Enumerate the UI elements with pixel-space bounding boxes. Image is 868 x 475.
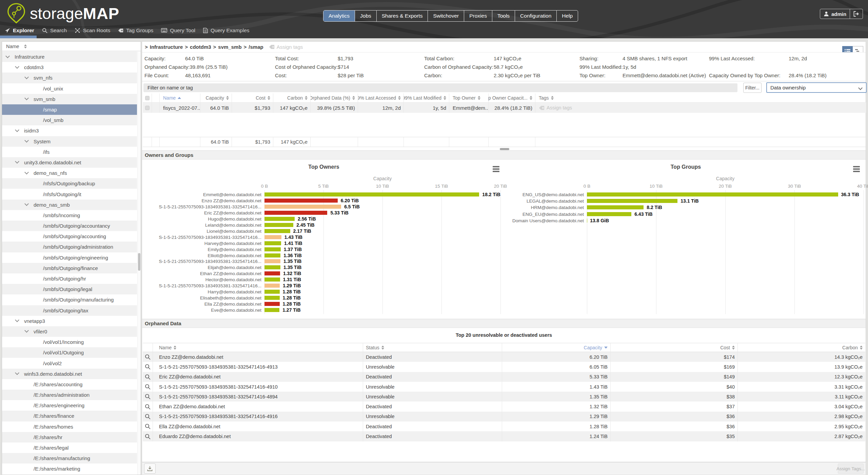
filter-input[interactable]: [143, 83, 737, 92]
tree-item[interactable]: vfiler0: [2, 326, 137, 337]
tree-item[interactable]: /E:/shares/marketing: [2, 463, 137, 474]
nav-explorer[interactable]: Explorer: [5, 27, 34, 34]
nav-query-examples[interactable]: Query Examples: [203, 27, 250, 34]
orphaned-user-row[interactable]: S-1-5-21-2557075093-1834935381-332547141…: [143, 382, 865, 392]
tree-item[interactable]: /smbfs/Outgoing/legal: [2, 284, 137, 294]
chevron-down-icon[interactable]: [24, 96, 29, 100]
bar[interactable]: [264, 302, 280, 306]
chart-menu-icon[interactable]: [493, 166, 499, 172]
data-ownership-select[interactable]: Data ownership: [766, 82, 867, 93]
tree-item[interactable]: /smap: [2, 104, 137, 115]
breadcrumb-item[interactable]: cdotdm3: [190, 44, 211, 50]
bar[interactable]: [264, 296, 280, 300]
orphaned-user-row[interactable]: S-1-5-21-2557075093-1834935381-332547141…: [143, 392, 865, 401]
tree-header[interactable]: Name: [2, 42, 141, 51]
bar[interactable]: [587, 199, 677, 203]
search-icon[interactable]: [145, 424, 151, 429]
column-header[interactable]: Status: [363, 343, 502, 352]
column-header[interactable]: Capacity: [502, 343, 611, 352]
search-icon[interactable]: [145, 434, 151, 439]
tree-item[interactable]: /nfsfs/Outgoing/it: [2, 189, 137, 199]
user-button[interactable]: admin: [820, 9, 850, 19]
search-icon[interactable]: [145, 374, 151, 380]
tab-configuration[interactable]: Configuration: [515, 11, 557, 21]
tree-item[interactable]: cdotdm3: [2, 62, 137, 73]
tab-shares-exports[interactable]: Shares & Exports: [377, 11, 428, 21]
horizontal-scrollbar-thumb[interactable]: [500, 148, 509, 150]
bar[interactable]: [264, 235, 281, 239]
breadcrumb-item[interactable]: Infrastructure: [150, 44, 183, 50]
tree-item[interactable]: isidm3: [2, 125, 137, 136]
column-header[interactable]: Capacity: [200, 94, 232, 102]
tree-item[interactable]: /E:/shares/finance: [2, 411, 137, 421]
orphaned-user-row[interactable]: S-1-5-21-2557075093-1834935381-332547141…: [143, 412, 865, 421]
breadcrumb-item[interactable]: svm_smb: [218, 44, 241, 50]
tree-item[interactable]: svm_smb: [2, 94, 137, 104]
tree-item[interactable]: System: [2, 136, 137, 147]
tree-item[interactable]: demo_nas_smb: [2, 200, 137, 210]
tree-item[interactable]: /E:/shares/manufacturing: [2, 453, 137, 463]
tree-item[interactable]: /nfsfs/Outgoing/backup: [2, 178, 137, 189]
bar[interactable]: [264, 253, 280, 257]
column-header[interactable]: Carbon: [738, 343, 865, 352]
bar[interactable]: [264, 211, 327, 215]
tab-jobs[interactable]: Jobs: [355, 11, 377, 21]
chevron-down-icon[interactable]: [15, 371, 19, 375]
tree-item[interactable]: /smbfs/Outgoing/manufacturing: [2, 294, 137, 305]
tab-tools[interactable]: Tools: [492, 11, 515, 21]
storagemap-logo[interactable]: storageMAP: [5, 3, 119, 24]
select-all-checkbox[interactable]: [145, 96, 150, 100]
bar[interactable]: [264, 259, 280, 263]
bar[interactable]: [264, 271, 280, 275]
chevron-down-icon[interactable]: [24, 75, 29, 79]
tree-item[interactable]: /vol_unix: [2, 83, 137, 94]
breadcrumb-item[interactable]: /smap: [249, 44, 263, 50]
tree-item[interactable]: /smbfs/Outgoing/engineering: [2, 252, 137, 263]
bar[interactable]: [264, 308, 279, 312]
tree-item[interactable]: vnetapp3: [2, 316, 137, 326]
tree-item[interactable]: svm_nfs: [2, 73, 137, 83]
chevron-down-icon[interactable]: [5, 54, 10, 58]
column-header[interactable]: Name: [153, 343, 363, 352]
search-icon[interactable]: [145, 354, 151, 360]
bar[interactable]: [264, 290, 280, 294]
tree-item[interactable]: /vol/vol2: [2, 358, 137, 368]
bar[interactable]: [264, 229, 290, 233]
tree-item[interactable]: /E:/shares/accounting: [2, 379, 137, 390]
bar[interactable]: [264, 223, 293, 227]
orphaned-user-row[interactable]: Eduardo ZZ@demo.datadobi.netDeactivated1…: [143, 431, 865, 441]
tree-item[interactable]: /vol/vol1/Outgoing: [2, 347, 137, 358]
chevron-down-icon[interactable]: [24, 138, 29, 143]
chevron-down-icon[interactable]: [15, 160, 19, 164]
logout-button[interactable]: [850, 9, 863, 19]
column-header[interactable]: Tags: [535, 94, 866, 102]
search-icon[interactable]: [145, 384, 151, 390]
tree-item[interactable]: /smbfs/Incoming: [2, 210, 137, 221]
tab-switchover[interactable]: Switchover: [428, 11, 464, 21]
column-header[interactable]: Orphaned Data (%): [311, 94, 358, 102]
tree-item[interactable]: demo_nas_nfs: [2, 168, 137, 178]
nav-tag-groups[interactable]: Tag Groups: [118, 27, 153, 34]
sidebar-scrollbar-thumb[interactable]: [138, 253, 140, 271]
chevron-down-icon[interactable]: [15, 128, 19, 132]
tree-item[interactable]: /smbfs/Outgoing/administration: [2, 242, 137, 252]
orphaned-user-row[interactable]: S-1-5-21-2557075093-1834935381-332547141…: [143, 362, 865, 372]
column-header[interactable]: Carbon: [273, 94, 311, 102]
nav-query-tool[interactable]: Query Tool: [161, 27, 195, 34]
bar[interactable]: [264, 199, 338, 203]
filter-button[interactable]: Filter...: [743, 83, 762, 93]
tree-item[interactable]: /smbfs/Outgoing/hr: [2, 273, 137, 284]
nav-scan-roots[interactable]: Scan Roots: [75, 27, 110, 34]
chevron-down-icon[interactable]: [15, 318, 19, 322]
column-header[interactable]: 99% Last Accessed: [358, 94, 404, 102]
sidebar-scrollbar[interactable]: [137, 51, 141, 475]
tree-item[interactable]: /smbfs/Outgoing/tax: [2, 305, 137, 316]
tree-item[interactable]: /E:/shares/engineering: [2, 400, 137, 411]
tree-item[interactable]: /E:/shares/legal: [2, 442, 137, 453]
orphaned-user-row[interactable]: Eric ZZ@demo.datadobi.netDeactivated5.33…: [143, 372, 865, 382]
tree-item[interactable]: /smbfs/Outgoing/finance: [2, 263, 137, 273]
bar[interactable]: [264, 265, 280, 269]
orphaned-user-row[interactable]: Ella ZZ@demo.datadobi.netDeactivated1.28…: [143, 421, 865, 431]
tree-item[interactable]: Infrastructure: [2, 51, 137, 62]
nav-search[interactable]: Search: [42, 27, 67, 34]
